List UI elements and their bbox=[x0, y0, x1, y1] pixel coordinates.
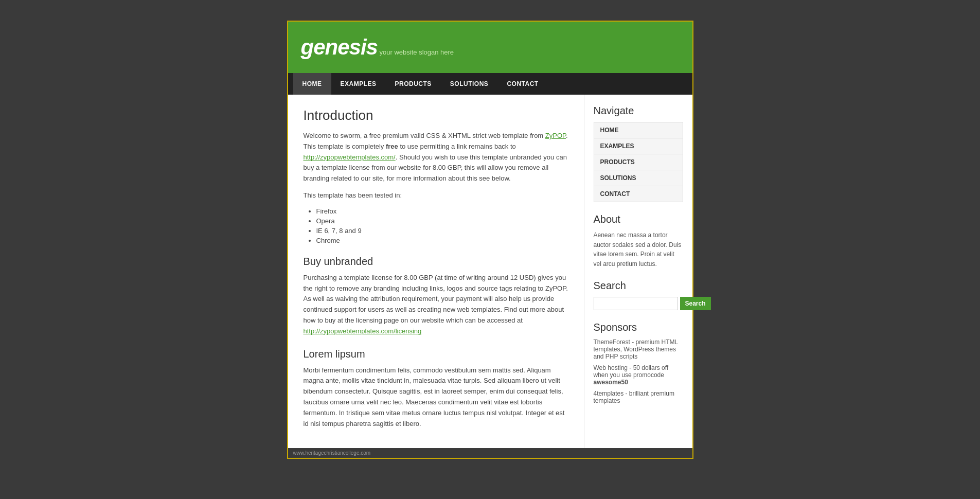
nav-item-contact[interactable]: CONTACT bbox=[497, 73, 547, 95]
lorem-heading: Lorem lipsum bbox=[304, 348, 568, 360]
sponsor-4templates: 4templates - brilliant premium templates bbox=[594, 390, 683, 404]
search-form: Search bbox=[594, 297, 683, 310]
search-title: Search bbox=[594, 280, 683, 292]
promo-code: awesome50 bbox=[594, 379, 628, 386]
site-header: genesis your website slogan here bbox=[288, 22, 692, 73]
main-content: Introduction Welcome to sworm, a free pr… bbox=[288, 95, 584, 448]
sponsors-section: Sponsors ThemeForest - premium HTML temp… bbox=[594, 322, 683, 404]
content-wrapper: Introduction Welcome to sworm, a free pr… bbox=[288, 95, 692, 448]
page-wrapper: genesis your website slogan here HOME EX… bbox=[287, 21, 693, 459]
sponsors-title: Sponsors bbox=[594, 322, 683, 333]
zypop-url-link[interactable]: http://zypopwebtemplates.com/ bbox=[304, 153, 396, 161]
search-section: Search Search bbox=[594, 280, 683, 310]
site-slogan: your website slogan here bbox=[380, 48, 454, 56]
sidebar-nav-solutions[interactable]: SOLUTIONS bbox=[594, 170, 683, 186]
navigate-nav: HOME EXAMPLES PRODUCTS SOLUTIONS CONTACT bbox=[594, 122, 683, 202]
search-button[interactable]: Search bbox=[680, 297, 711, 310]
bottom-bar: www.heritagechristiancollege.com bbox=[288, 448, 692, 458]
search-input[interactable] bbox=[594, 297, 678, 310]
sidebar-nav-examples-link[interactable]: EXAMPLES bbox=[594, 138, 683, 154]
sidebar-nav-examples[interactable]: EXAMPLES bbox=[594, 138, 683, 154]
lorem-paragraph: Morbi fermentum condimentum felis, commo… bbox=[304, 365, 568, 430]
licensing-link[interactable]: http://zypopwebtemplates.com/licensing bbox=[304, 327, 422, 335]
intro-paragraph-2: This template has been tested in: bbox=[304, 190, 568, 201]
navigate-title: Navigate bbox=[594, 105, 683, 117]
about-text: Aenean nec massa a tortor auctor sodales… bbox=[594, 230, 683, 269]
site-title: genesis bbox=[301, 35, 378, 59]
buy-heading: Buy unbranded bbox=[304, 256, 568, 268]
nav-item-solutions[interactable]: SOLUTIONS bbox=[441, 73, 498, 95]
about-section: About Aenean nec massa a tortor auctor s… bbox=[594, 213, 683, 269]
buy-paragraph: Purchasing a template license for 8.00 G… bbox=[304, 273, 568, 337]
sidebar-nav-home-link[interactable]: HOME bbox=[594, 122, 683, 138]
intro-heading: Introduction bbox=[304, 108, 568, 123]
list-item-firefox: Firefox bbox=[316, 207, 568, 215]
header-branding: genesis your website slogan here bbox=[301, 35, 454, 60]
navigate-section: Navigate HOME EXAMPLES PRODUCTS SOLUTION… bbox=[594, 105, 683, 202]
list-item-chrome: Chrome bbox=[316, 237, 568, 244]
sidebar-nav-products[interactable]: PRODUCTS bbox=[594, 154, 683, 170]
sponsor-themeforest: ThemeForest - premium HTML templates, Wo… bbox=[594, 338, 683, 360]
list-item-ie: IE 6, 7, 8 and 9 bbox=[316, 227, 568, 235]
sidebar-nav-home[interactable]: HOME bbox=[594, 122, 683, 138]
list-item-opera: Opera bbox=[316, 217, 568, 225]
themeforest-link[interactable]: ThemeForest bbox=[594, 338, 630, 346]
webhosting-link[interactable]: Web hosting bbox=[594, 364, 628, 371]
sidebar-nav-solutions-link[interactable]: SOLUTIONS bbox=[594, 170, 683, 186]
nav-item-examples[interactable]: EXAMPLES bbox=[331, 73, 386, 95]
sidebar-nav-products-link[interactable]: PRODUCTS bbox=[594, 154, 683, 170]
nav-item-home[interactable]: HOME bbox=[293, 73, 331, 95]
sidebar: Navigate HOME EXAMPLES PRODUCTS SOLUTION… bbox=[584, 95, 692, 448]
4templates-link[interactable]: 4templates bbox=[594, 390, 624, 397]
sidebar-nav-contact[interactable]: CONTACT bbox=[594, 186, 683, 202]
test-list: Firefox Opera IE 6, 7, 8 and 9 Chrome bbox=[316, 207, 568, 244]
intro-paragraph-1: Welcome to sworm, a free premium valid C… bbox=[304, 131, 568, 184]
sidebar-nav-contact-link[interactable]: CONTACT bbox=[594, 186, 683, 202]
nav-item-products[interactable]: PRODUCTS bbox=[386, 73, 441, 95]
footer-url: www.heritagechristiancollege.com bbox=[293, 450, 371, 456]
sponsor-webhosting: Web hosting - 50 dollars off when you us… bbox=[594, 364, 683, 386]
zypop-link[interactable]: ZyPOP bbox=[545, 132, 566, 139]
about-title: About bbox=[594, 213, 683, 225]
main-nav: HOME EXAMPLES PRODUCTS SOLUTIONS CONTACT bbox=[288, 73, 692, 95]
